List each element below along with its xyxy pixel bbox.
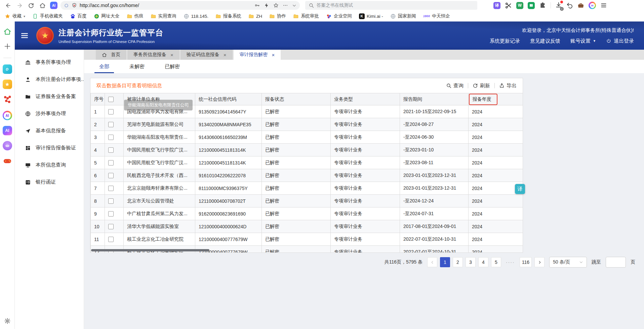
column-header[interactable]: 报备年度: [469, 93, 523, 105]
table-row[interactable]: 3华能湖南岳阳发电有限责任...91430600616650239M已解密专项审…: [91, 131, 523, 144]
bookmark-item[interactable]: 百度: [70, 13, 87, 19]
chevron-down-icon[interactable]: [292, 3, 296, 8]
table-row[interactable]: 7北京京能颐寿轩康养有限公...81110000MC9396375Y已解密专项审…: [91, 182, 523, 195]
shield-insecure-icon[interactable]: [72, 3, 77, 8]
menu-toggle-icon[interactable]: [20, 31, 29, 40]
sidebar-item[interactable]: 银行函证: [15, 174, 84, 191]
select-all-checkbox[interactable]: [108, 97, 114, 102]
table-row[interactable]: 11核工业北京化工冶金研究院12100000400777679W已解密专项审计业…: [91, 233, 523, 246]
table-row[interactable]: 9中广核甘肃瓜州第二风力发...916200000823691690已解密专项审…: [91, 207, 523, 220]
more-dots-icon[interactable]: [283, 3, 288, 8]
strip-plus-icon[interactable]: [3, 42, 11, 51]
sidebar-item[interactable]: 事务所事项办理: [15, 54, 84, 71]
pager-ellipsis[interactable]: ····: [504, 257, 517, 267]
bookmark-item[interactable]: 报备系统: [215, 13, 241, 19]
column-header[interactable]: 业务类型: [331, 93, 400, 105]
close-tab-icon[interactable]: ×: [170, 52, 173, 58]
column-header[interactable]: 统一社会信用代码: [195, 93, 262, 105]
row-checkbox[interactable]: [108, 186, 114, 191]
bookmark-item[interactable]: 网址大全: [94, 13, 120, 19]
table-row[interactable]: 5中国民用航空飞行学院广汉...12100000451181314K已解密专项审…: [91, 156, 523, 169]
subtab-全部[interactable]: 全部: [94, 60, 114, 73]
horizontal-scrollbar[interactable]: [91, 249, 209, 251]
column-header[interactable]: 报备状态: [262, 93, 331, 105]
reader-circle-icon[interactable]: [64, 3, 69, 8]
page-number-button[interactable]: 5: [491, 257, 501, 267]
address-bar[interactable]: http://acc.mof.gov.cn/home/: [61, 1, 300, 10]
bookmark-item[interactable]: ZH: [248, 13, 262, 19]
tab-active[interactable]: 审计报告解密×: [234, 50, 281, 60]
bookmark-item[interactable]: 实用查询: [151, 13, 176, 19]
bookmark-item[interactable]: 118.145.: [184, 13, 209, 19]
sidebar-item[interactable]: 审计报告报备验证: [15, 139, 84, 156]
header-link[interactable]: 退出登录: [606, 38, 634, 44]
tab-item[interactable]: 首页: [96, 50, 126, 60]
row-checkbox[interactable]: [108, 122, 114, 127]
page-number-button[interactable]: 3: [466, 257, 476, 267]
row-checkbox[interactable]: [108, 211, 114, 217]
close-tab-icon[interactable]: ×: [272, 52, 275, 58]
table-row[interactable]: 2芜湖市芜电新能源有限公司91340200MA8NMAPE35已解密专项审计业务…: [91, 118, 523, 131]
row-checkbox[interactable]: [108, 173, 114, 178]
page-number-button[interactable]: 2: [453, 257, 463, 267]
strip-star-app-icon[interactable]: [3, 80, 12, 89]
row-checkbox[interactable]: [108, 135, 114, 140]
next-page-button[interactable]: [534, 257, 545, 267]
bookmark-item[interactable]: 收藏▾: [5, 13, 25, 19]
export-button[interactable]: 导出: [499, 83, 517, 89]
subtab-已解密[interactable]: 已解密: [160, 60, 185, 73]
bookmark-item[interactable]: 伤痕: [127, 13, 144, 19]
caret-down-icon[interactable]: ▾: [24, 14, 25, 18]
query-button[interactable]: 查询: [446, 83, 464, 89]
bookmark-item[interactable]: KKimi.ai -: [359, 13, 383, 19]
puzzle-icon[interactable]: [539, 2, 546, 9]
ai-ring-icon[interactable]: AI: [589, 2, 596, 9]
strip-home-outline-icon[interactable]: [3, 28, 11, 37]
sidebar-item[interactable]: 基本信息报备: [15, 122, 84, 139]
strip-gamepad-app-icon[interactable]: [3, 156, 12, 167]
page-size-select[interactable]: 50 条/页: [549, 257, 587, 268]
table-row[interactable]: 4中国民用航空飞行学院广汉...12100000451181314K已解密专项审…: [91, 144, 523, 156]
column-header[interactable]: 报告期间: [400, 93, 469, 105]
page-number-button[interactable]: 116: [520, 257, 532, 267]
key-icon[interactable]: [254, 3, 260, 8]
translate-ext-icon[interactable]: 译: [493, 2, 500, 9]
page-number-button[interactable]: 4: [478, 257, 488, 267]
forward-icon-button[interactable]: [15, 1, 24, 10]
strip-ai-blue-app-icon[interactable]: AI: [3, 126, 12, 135]
prev-page-button[interactable]: [427, 257, 437, 267]
row-checkbox[interactable]: [108, 224, 114, 229]
bolt-icon[interactable]: [264, 3, 269, 8]
star-icon[interactable]: [273, 3, 279, 8]
ai-assistant-icon-button[interactable]: AI: [49, 1, 58, 10]
sidebar-item[interactable]: 本所注册会计师事项...: [15, 71, 84, 88]
refresh-button[interactable]: 刷新: [473, 83, 490, 89]
header-link[interactable]: 意见建议反馈: [530, 38, 560, 44]
row-checkbox[interactable]: [108, 147, 114, 153]
book-icon[interactable]: [528, 2, 535, 9]
scissors-icon[interactable]: [505, 2, 512, 9]
search-bar[interactable]: 答案之书在线测试: [305, 1, 477, 10]
undo-icon[interactable]: [566, 2, 573, 9]
back-icon-button[interactable]: [3, 1, 13, 10]
sidebar-item[interactable]: 本所信息查询: [15, 156, 84, 174]
header-link[interactable]: 账号设置▼: [570, 38, 596, 44]
bookmark-item[interactable]: 企业空间: [326, 13, 352, 19]
bookmark-item[interactable]: 国家新闻: [390, 13, 416, 19]
strip-teal-app-icon[interactable]: [3, 64, 12, 74]
strip-robot-app-icon[interactable]: [3, 141, 12, 150]
url-text[interactable]: http://acc.mof.gov.cn/home/: [80, 3, 252, 8]
jump-page-input[interactable]: [606, 257, 626, 268]
briefcase-icon[interactable]: [577, 2, 584, 9]
bookmark-item[interactable]: 手机收藏夹: [32, 13, 63, 19]
table-row[interactable]: 6民航西北电子技术开发（西...916101042206222078已解密专项审…: [91, 169, 523, 182]
reload-icon-button[interactable]: [26, 1, 36, 10]
download-button[interactable]: v: [555, 2, 562, 9]
bookmark-item[interactable]: 系统审批: [293, 13, 319, 19]
header-link[interactable]: 系统更新记录: [490, 38, 520, 44]
sidebar-item[interactable]: 证券服务业务备案: [15, 88, 84, 105]
table-row[interactable]: 10清华大学低碳能源实验室12100000400000624D已解密专项审计业务…: [91, 220, 523, 233]
row-checkbox[interactable]: [108, 160, 114, 166]
row-checkbox[interactable]: [108, 237, 114, 242]
tab-item[interactable]: 事务所信息报备×: [127, 50, 179, 60]
